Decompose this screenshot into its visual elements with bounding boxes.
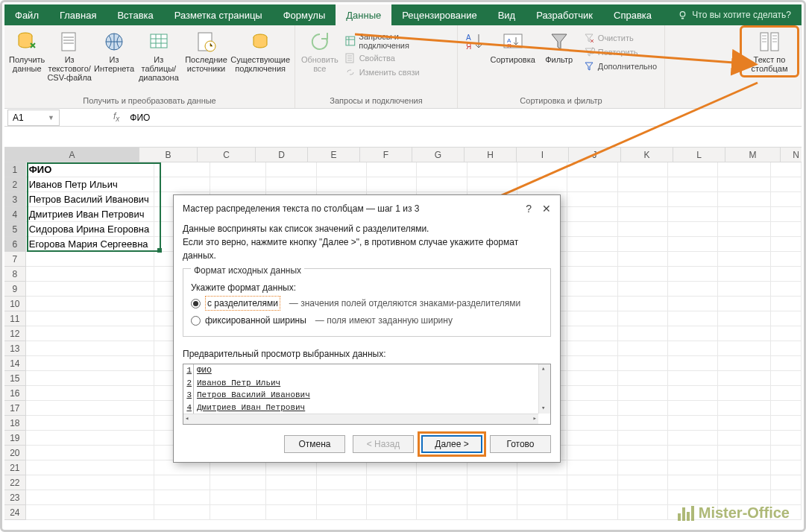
cell-G21[interactable] bbox=[417, 460, 467, 475]
name-box[interactable]: A1 ▼ bbox=[7, 110, 60, 126]
cell-K11[interactable] bbox=[618, 311, 668, 326]
column-header-J[interactable]: J bbox=[569, 148, 621, 162]
cell-J5[interactable] bbox=[567, 222, 617, 237]
cell-A22[interactable] bbox=[26, 475, 155, 490]
cell-K12[interactable] bbox=[618, 326, 668, 341]
cell-L17[interactable] bbox=[668, 401, 718, 416]
cell-K17[interactable] bbox=[618, 401, 668, 416]
row-header-21[interactable]: 21 bbox=[4, 460, 26, 475]
cell-M7[interactable] bbox=[718, 252, 771, 267]
cell-N7[interactable] bbox=[771, 252, 802, 267]
cell-J13[interactable] bbox=[567, 341, 617, 356]
cell-M21[interactable] bbox=[718, 460, 771, 475]
cell-I2[interactable] bbox=[517, 177, 567, 192]
cell-A14[interactable] bbox=[26, 356, 155, 371]
cell-J21[interactable] bbox=[567, 460, 617, 475]
row-header-2[interactable]: 2 bbox=[4, 177, 26, 192]
cell-E23[interactable] bbox=[317, 490, 367, 505]
cell-D22[interactable] bbox=[266, 475, 316, 490]
radio-fixed-width[interactable] bbox=[191, 316, 201, 326]
cell-J20[interactable] bbox=[567, 446, 617, 460]
tab-data[interactable]: Данные bbox=[336, 4, 391, 25]
cell-J19[interactable] bbox=[567, 431, 617, 446]
cell-M19[interactable] bbox=[718, 431, 771, 446]
column-header-K[interactable]: K bbox=[621, 148, 673, 162]
cmd-filter[interactable]: Фильтр bbox=[539, 28, 578, 73]
cell-M16[interactable] bbox=[718, 386, 771, 401]
back-button[interactable]: < Назад bbox=[353, 435, 414, 453]
cell-D21[interactable] bbox=[266, 460, 316, 475]
cell-D2[interactable] bbox=[266, 177, 316, 192]
cell-L14[interactable] bbox=[668, 356, 718, 371]
cell-A1[interactable]: ФИО bbox=[26, 162, 155, 177]
cell-L1[interactable] bbox=[668, 162, 718, 177]
cmd-existing-connections[interactable]: Существующие подключения bbox=[230, 28, 290, 83]
cell-A18[interactable] bbox=[26, 416, 155, 431]
cell-K13[interactable] bbox=[618, 341, 668, 356]
cell-N2[interactable] bbox=[771, 177, 802, 192]
cell-H21[interactable] bbox=[467, 460, 517, 475]
cell-F22[interactable] bbox=[367, 475, 417, 490]
cmd-sort-az[interactable]: АЯ bbox=[462, 28, 486, 73]
column-header-C[interactable]: C bbox=[198, 148, 256, 162]
cell-K23[interactable] bbox=[618, 490, 668, 505]
cell-A24[interactable] bbox=[26, 505, 155, 520]
column-header-A[interactable]: A bbox=[5, 148, 139, 162]
cell-L20[interactable] bbox=[668, 446, 718, 460]
cell-M1[interactable] bbox=[718, 162, 771, 177]
cell-M14[interactable] bbox=[718, 356, 771, 371]
cell-N8[interactable] bbox=[771, 267, 802, 282]
cell-B22[interactable] bbox=[154, 475, 210, 490]
cmd-get-data[interactable]: Получить данные bbox=[9, 28, 45, 83]
cell-H2[interactable] bbox=[467, 177, 517, 192]
row-header-18[interactable]: 18 bbox=[4, 416, 26, 431]
row-header-1[interactable]: 1 bbox=[4, 162, 26, 177]
cell-M22[interactable] bbox=[718, 475, 771, 490]
cell-A8[interactable] bbox=[26, 267, 155, 282]
cell-J12[interactable] bbox=[567, 326, 617, 341]
tab-view[interactable]: Вид bbox=[488, 4, 526, 25]
cell-L5[interactable] bbox=[668, 222, 718, 237]
cell-I1[interactable] bbox=[517, 162, 567, 177]
tell-me-search[interactable]: Что вы хотите сделать? bbox=[667, 4, 802, 25]
cell-L23[interactable] bbox=[668, 490, 718, 505]
tab-file[interactable]: Файл bbox=[4, 4, 49, 25]
cell-K15[interactable] bbox=[618, 371, 668, 386]
cell-K10[interactable] bbox=[618, 297, 668, 311]
cell-M12[interactable] bbox=[718, 326, 771, 341]
cell-J10[interactable] bbox=[567, 297, 617, 311]
cell-N20[interactable] bbox=[771, 446, 802, 460]
cell-K16[interactable] bbox=[618, 386, 668, 401]
next-button[interactable]: Далее > bbox=[421, 435, 482, 453]
cell-A15[interactable] bbox=[26, 371, 155, 386]
cell-L19[interactable] bbox=[668, 431, 718, 446]
cell-B2[interactable] bbox=[154, 177, 210, 192]
row-header-8[interactable]: 8 bbox=[4, 267, 26, 282]
cell-E2[interactable] bbox=[317, 177, 367, 192]
row-header-13[interactable]: 13 bbox=[4, 341, 26, 356]
cmd-from-table[interactable]: Из таблицы/ диапазона bbox=[136, 28, 182, 83]
column-header-I[interactable]: I bbox=[517, 148, 569, 162]
tab-formulas[interactable]: Формулы bbox=[273, 4, 336, 25]
cmd-edit-links[interactable]: Изменить связи bbox=[341, 66, 453, 79]
cell-J15[interactable] bbox=[567, 371, 617, 386]
cell-K18[interactable] bbox=[618, 416, 668, 431]
cell-N6[interactable] bbox=[771, 237, 802, 252]
cell-L6[interactable] bbox=[668, 237, 718, 252]
cell-J17[interactable] bbox=[567, 401, 617, 416]
cmd-advanced-filter[interactable]: Дополнительно bbox=[580, 60, 660, 73]
cell-F21[interactable] bbox=[367, 460, 417, 475]
cell-G2[interactable] bbox=[417, 177, 467, 192]
row-header-7[interactable]: 7 bbox=[4, 252, 26, 267]
cell-C1[interactable] bbox=[210, 162, 266, 177]
row-header-11[interactable]: 11 bbox=[4, 311, 26, 326]
cell-K4[interactable] bbox=[618, 207, 668, 222]
cell-J7[interactable] bbox=[567, 252, 617, 267]
row-header-12[interactable]: 12 bbox=[4, 326, 26, 341]
cmd-from-web[interactable]: Из Интернета bbox=[94, 28, 134, 83]
row-header-4[interactable]: 4 bbox=[4, 207, 26, 222]
cell-L2[interactable] bbox=[668, 177, 718, 192]
cell-K2[interactable] bbox=[618, 177, 668, 192]
cell-N18[interactable] bbox=[771, 416, 802, 431]
column-header-D[interactable]: D bbox=[256, 148, 308, 162]
